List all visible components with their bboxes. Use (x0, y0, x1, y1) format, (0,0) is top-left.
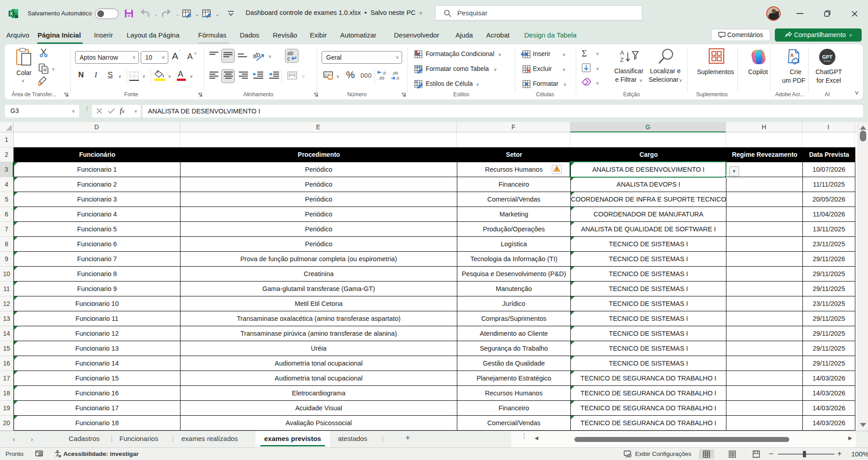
svg-text:ab: ab (253, 51, 261, 60)
svg-text:X: X (10, 11, 13, 16)
svg-text:,00: ,00 (392, 71, 398, 75)
svg-text:Z: Z (620, 56, 624, 63)
svg-text:A: A (620, 49, 624, 56)
svg-text:— EXCEL —: — EXCEL — (821, 60, 834, 62)
svg-text:,0: ,0 (396, 76, 399, 80)
svg-text:,0: ,0 (382, 71, 386, 75)
svg-text:GPT: GPT (822, 54, 833, 60)
svg-text:A: A (790, 52, 794, 58)
svg-text:,00: ,00 (379, 76, 384, 80)
svg-text:c: c (287, 56, 290, 62)
